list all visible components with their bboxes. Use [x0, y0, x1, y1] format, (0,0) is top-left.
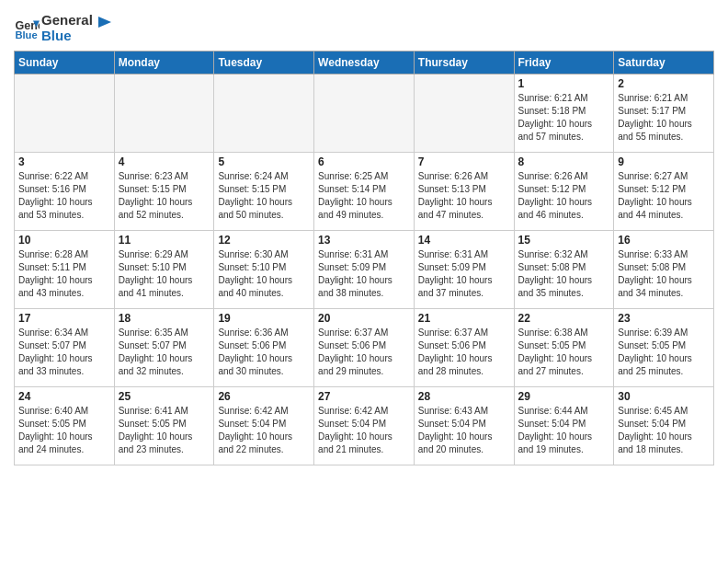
sunset-label: Sunset: 5:15 PM: [218, 184, 286, 194]
daylight-label: Daylight: 10 hours and 50 minutes.: [218, 197, 292, 220]
sunset-label: Sunset: 5:05 PM: [618, 340, 686, 350]
sunrise-label: Sunrise: 6:25 AM: [318, 171, 388, 181]
day-info: Sunrise: 6:43 AMSunset: 5:04 PMDaylight:…: [418, 405, 510, 456]
sunset-label: Sunset: 5:08 PM: [618, 262, 686, 272]
sunset-label: Sunset: 5:10 PM: [218, 262, 286, 272]
calendar-cell: [414, 75, 514, 153]
logo: General Blue General Blue: [14, 13, 115, 43]
calendar-week-5: 24Sunrise: 6:40 AMSunset: 5:05 PMDayligh…: [15, 387, 714, 465]
day-info: Sunrise: 6:21 AMSunset: 5:17 PMDaylight:…: [618, 92, 710, 144]
sunrise-label: Sunrise: 6:38 AM: [518, 327, 588, 338]
daylight-label: Daylight: 10 hours and 30 minutes.: [218, 353, 292, 376]
sunrise-label: Sunrise: 6:42 AM: [318, 406, 388, 416]
daylight-label: Daylight: 10 hours and 43 minutes.: [18, 275, 93, 298]
calendar-cell: [15, 75, 115, 153]
sunrise-label: Sunrise: 6:31 AM: [318, 249, 388, 259]
day-info: Sunrise: 6:37 AMSunset: 5:06 PMDaylight:…: [318, 327, 410, 378]
sunrise-label: Sunrise: 6:21 AM: [518, 93, 588, 103]
daylight-label: Daylight: 10 hours and 24 minutes.: [18, 431, 93, 454]
calendar-cell: 5Sunrise: 6:24 AMSunset: 5:15 PMDaylight…: [214, 153, 314, 231]
sunset-label: Sunset: 5:10 PM: [119, 262, 187, 272]
day-number: 10: [18, 234, 110, 247]
day-number: 9: [618, 155, 710, 168]
sunrise-label: Sunrise: 6:34 AM: [18, 327, 88, 338]
calendar-cell: 21Sunrise: 6:37 AMSunset: 5:06 PMDayligh…: [414, 309, 514, 387]
day-number: 25: [119, 390, 210, 403]
daylight-label: Daylight: 10 hours and 34 minutes.: [618, 275, 692, 298]
daylight-label: Daylight: 10 hours and 35 minutes.: [518, 275, 593, 298]
daylight-label: Daylight: 10 hours and 41 minutes.: [119, 275, 193, 298]
sunset-label: Sunset: 5:14 PM: [318, 184, 386, 194]
sunrise-label: Sunrise: 6:22 AM: [18, 171, 88, 181]
calendar-week-1: 1Sunrise: 6:21 AMSunset: 5:18 PMDaylight…: [15, 75, 714, 153]
sunrise-label: Sunrise: 6:43 AM: [418, 406, 488, 416]
sunset-label: Sunset: 5:11 PM: [18, 262, 86, 272]
calendar-cell: 11Sunrise: 6:29 AMSunset: 5:10 PMDayligh…: [114, 231, 214, 309]
calendar-cell: 24Sunrise: 6:40 AMSunset: 5:05 PMDayligh…: [15, 387, 115, 465]
day-info: Sunrise: 6:37 AMSunset: 5:06 PMDaylight:…: [418, 327, 510, 378]
sunset-label: Sunset: 5:05 PM: [518, 340, 586, 350]
logo-flag-icon: [95, 15, 115, 35]
calendar-cell: 16Sunrise: 6:33 AMSunset: 5:08 PMDayligh…: [614, 231, 714, 309]
day-number: 22: [518, 312, 610, 325]
sunrise-label: Sunrise: 6:29 AM: [119, 249, 188, 259]
day-info: Sunrise: 6:26 AMSunset: 5:12 PMDaylight:…: [518, 170, 610, 222]
daylight-label: Daylight: 10 hours and 40 minutes.: [218, 275, 292, 298]
sunset-label: Sunset: 5:15 PM: [119, 184, 187, 194]
sunrise-label: Sunrise: 6:37 AM: [318, 327, 388, 338]
sunrise-label: Sunrise: 6:37 AM: [418, 327, 488, 338]
day-number: 17: [18, 312, 110, 325]
daylight-label: Daylight: 10 hours and 57 minutes.: [518, 119, 593, 142]
sunset-label: Sunset: 5:12 PM: [618, 184, 686, 194]
calendar-cell: 30Sunrise: 6:45 AMSunset: 5:04 PMDayligh…: [614, 387, 714, 465]
sunset-label: Sunset: 5:09 PM: [318, 262, 386, 272]
header: General Blue General Blue: [14, 9, 714, 43]
day-number: 24: [18, 390, 110, 403]
day-info: Sunrise: 6:24 AMSunset: 5:15 PMDaylight:…: [218, 170, 310, 222]
calendar-cell: 2Sunrise: 6:21 AMSunset: 5:17 PMDaylight…: [614, 75, 714, 153]
calendar-cell: 13Sunrise: 6:31 AMSunset: 5:09 PMDayligh…: [314, 231, 415, 309]
weekday-header-tuesday: Tuesday: [214, 52, 314, 75]
day-info: Sunrise: 6:34 AMSunset: 5:07 PMDaylight:…: [18, 327, 110, 378]
weekday-header-saturday: Saturday: [614, 52, 714, 75]
sunrise-label: Sunrise: 6:24 AM: [218, 171, 288, 181]
daylight-label: Daylight: 10 hours and 37 minutes.: [418, 275, 493, 298]
sunset-label: Sunset: 5:12 PM: [518, 184, 586, 194]
calendar-week-3: 10Sunrise: 6:28 AMSunset: 5:11 PMDayligh…: [15, 231, 714, 309]
sunrise-label: Sunrise: 6:42 AM: [218, 406, 288, 416]
sunrise-label: Sunrise: 6:26 AM: [518, 171, 588, 181]
logo-general: General: [41, 13, 93, 29]
sunset-label: Sunset: 5:09 PM: [418, 262, 486, 272]
daylight-label: Daylight: 10 hours and 52 minutes.: [119, 197, 193, 220]
calendar-cell: 23Sunrise: 6:39 AMSunset: 5:05 PMDayligh…: [614, 309, 714, 387]
calendar-cell: 25Sunrise: 6:41 AMSunset: 5:05 PMDayligh…: [114, 387, 214, 465]
day-number: 2: [618, 77, 710, 90]
calendar-cell: 12Sunrise: 6:30 AMSunset: 5:10 PMDayligh…: [214, 231, 314, 309]
day-number: 12: [218, 234, 310, 247]
calendar-cell: [214, 75, 314, 153]
svg-marker-3: [98, 17, 111, 28]
day-number: 29: [518, 390, 610, 403]
sunrise-label: Sunrise: 6:27 AM: [618, 171, 688, 181]
daylight-label: Daylight: 10 hours and 49 minutes.: [318, 197, 392, 220]
sunset-label: Sunset: 5:06 PM: [218, 340, 286, 350]
day-info: Sunrise: 6:36 AMSunset: 5:06 PMDaylight:…: [218, 327, 310, 378]
day-number: 8: [518, 155, 610, 168]
day-info: Sunrise: 6:42 AMSunset: 5:04 PMDaylight:…: [218, 405, 310, 456]
day-number: 18: [119, 312, 210, 325]
sunset-label: Sunset: 5:04 PM: [418, 419, 486, 429]
day-info: Sunrise: 6:21 AMSunset: 5:18 PMDaylight:…: [518, 92, 610, 144]
daylight-label: Daylight: 10 hours and 55 minutes.: [618, 119, 692, 142]
sunset-label: Sunset: 5:04 PM: [218, 419, 286, 429]
calendar-cell: [114, 75, 214, 153]
sunrise-label: Sunrise: 6:30 AM: [218, 249, 288, 259]
sunrise-label: Sunrise: 6:23 AM: [119, 171, 188, 181]
day-number: 15: [518, 234, 610, 247]
calendar-cell: [314, 75, 415, 153]
daylight-label: Daylight: 10 hours and 18 minutes.: [618, 431, 692, 454]
day-number: 6: [318, 155, 410, 168]
sunrise-label: Sunrise: 6:28 AM: [18, 249, 88, 259]
day-number: 27: [318, 390, 410, 403]
sunset-label: Sunset: 5:18 PM: [518, 106, 586, 116]
day-info: Sunrise: 6:42 AMSunset: 5:04 PMDaylight:…: [318, 405, 410, 456]
